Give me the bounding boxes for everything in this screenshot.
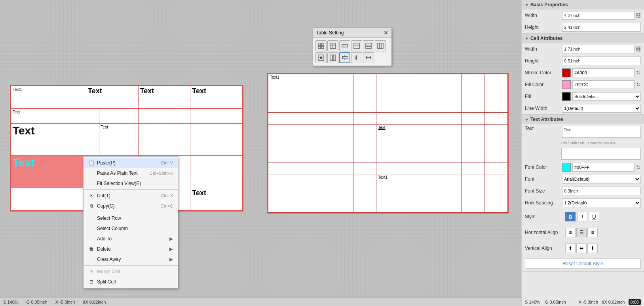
table-cell[interactable] xyxy=(268,162,353,174)
menu-item-paste[interactable]: 📋 Paste(P) Ctrl+V xyxy=(84,158,178,168)
table-btn-1[interactable] xyxy=(315,40,327,51)
table-cell[interactable] xyxy=(484,74,508,113)
font-select[interactable]: Arial(Default) xyxy=(562,175,641,183)
table-cell[interactable] xyxy=(86,123,99,156)
table-btn-11[interactable] xyxy=(363,52,374,63)
row-spacing-select[interactable]: 1.2(Default) xyxy=(562,198,641,207)
table-cell[interactable] xyxy=(268,112,353,124)
menu-item-clear-away[interactable]: Clear Away ▶ xyxy=(84,254,178,264)
menu-item-split-cell[interactable]: ⊟ Split Cell xyxy=(84,277,178,287)
table-cell[interactable] xyxy=(138,123,190,156)
table-cell[interactable]: Text xyxy=(190,188,243,210)
font-color-input[interactable] xyxy=(572,163,635,172)
right-table-container[interactable]: Text1 Text xyxy=(267,73,509,213)
table-cell[interactable]: Text xyxy=(11,109,86,123)
stroke-color-refresh[interactable]: ↻ xyxy=(636,70,641,76)
fill-color-refresh[interactable]: ↻ xyxy=(636,81,641,88)
table-cell[interactable]: Text1 xyxy=(11,86,86,109)
table-cell[interactable] xyxy=(11,188,86,210)
table-cell[interactable] xyxy=(190,156,243,188)
align-right-button[interactable]: ≡ xyxy=(587,228,598,237)
menu-item-fit-selection[interactable]: Fit Selection View(E) xyxy=(84,178,178,189)
menu-item-select-column[interactable]: Select Column xyxy=(84,223,178,234)
table-btn-5[interactable] xyxy=(363,40,374,51)
table-cell[interactable] xyxy=(376,112,462,124)
table-btn-7[interactable] xyxy=(315,52,327,63)
link-icon-2[interactable]: ⛓ xyxy=(635,46,641,52)
line-width-select[interactable]: 1(Default) xyxy=(562,104,641,113)
table-cell[interactable] xyxy=(353,124,376,162)
table-btn-10[interactable] xyxy=(351,52,362,63)
valign-middle-button[interactable]: ⬌ xyxy=(576,244,587,253)
table-btn-4[interactable] xyxy=(351,40,362,51)
table-cell[interactable] xyxy=(461,124,484,162)
table-cell[interactable] xyxy=(376,74,462,113)
table-cell[interactable]: Text xyxy=(376,124,462,162)
table-btn-6[interactable] xyxy=(375,40,386,51)
table-cell[interactable] xyxy=(484,124,508,162)
table-cell[interactable] xyxy=(461,174,484,213)
valign-bottom-button[interactable]: ⬇ xyxy=(587,244,598,253)
stroke-color-swatch[interactable] xyxy=(562,68,571,77)
menu-item-select-row[interactable]: Select Row xyxy=(84,213,178,223)
stroke-color-input[interactable] xyxy=(572,68,635,77)
table-cell[interactable]: Text1 xyxy=(268,74,353,113)
table-cell[interactable]: Text xyxy=(86,86,139,109)
table-btn-2[interactable] xyxy=(327,40,338,51)
collapse-triangle[interactable]: ▼ xyxy=(525,3,529,7)
table-cell[interactable] xyxy=(461,74,484,113)
table-cell[interactable] xyxy=(484,112,508,124)
table-cell[interactable]: Text xyxy=(138,86,190,109)
width-input[interactable] xyxy=(562,11,635,20)
canvas-area[interactable]: Table Setting ✕ xyxy=(0,0,521,306)
height-input[interactable] xyxy=(562,23,641,32)
table-cell[interactable] xyxy=(353,112,376,124)
table-cell[interactable]: Text xyxy=(190,86,243,109)
fill-color-input[interactable] xyxy=(572,80,635,89)
menu-item-delete[interactable]: 🗑 Delete ▶ xyxy=(84,244,178,254)
table-cell[interactable]: Text xyxy=(99,123,138,156)
table-cell[interactable] xyxy=(484,162,508,174)
valign-top-button[interactable]: ⬆ xyxy=(565,244,576,253)
link-icon[interactable]: ⛓ xyxy=(635,12,641,19)
align-left-button[interactable]: ≡ xyxy=(565,228,576,237)
collapse-triangle-2[interactable]: ▼ xyxy=(525,36,529,41)
table-cell[interactable]: Text1 xyxy=(376,174,462,213)
table-cell[interactable] xyxy=(190,123,243,156)
table-cell[interactable] xyxy=(484,174,508,213)
fill-select[interactable]: Solid(Defa... xyxy=(572,92,641,101)
table-btn-8[interactable] xyxy=(327,52,338,63)
table-cell[interactable] xyxy=(99,109,138,123)
table-cell[interactable] xyxy=(190,109,243,123)
reset-default-style-button[interactable]: Reset Default Style xyxy=(525,259,641,269)
fill-pattern-swatch[interactable] xyxy=(562,92,571,101)
table-cell[interactable] xyxy=(353,74,376,113)
table-cell[interactable] xyxy=(376,162,462,174)
table-cell[interactable] xyxy=(86,109,99,123)
menu-item-cut[interactable]: ✂ Cut(T) Ctrl+X xyxy=(84,191,178,201)
text-textarea[interactable] xyxy=(561,148,641,160)
table-cell[interactable] xyxy=(268,124,353,162)
menu-item-paste-plain[interactable]: Paste As Plain Text Ctrl+Shift+X xyxy=(84,168,178,178)
table-cell[interactable] xyxy=(353,174,376,213)
cell-width-input[interactable] xyxy=(562,45,635,53)
table-cell[interactable] xyxy=(268,174,353,213)
underline-button[interactable]: U xyxy=(589,212,599,221)
font-color-swatch[interactable] xyxy=(562,163,571,172)
table-cell[interactable]: Text xyxy=(11,123,86,156)
align-center-button[interactable]: ☰ xyxy=(576,228,587,237)
font-size-input[interactable] xyxy=(562,187,641,195)
font-color-refresh[interactable]: ↻ xyxy=(636,164,641,170)
table-cell[interactable] xyxy=(461,162,484,174)
table-btn-9[interactable] xyxy=(339,52,350,63)
table-cell[interactable] xyxy=(461,112,484,124)
table-cell[interactable] xyxy=(138,109,190,123)
dialog-close-button[interactable]: ✕ xyxy=(384,30,388,36)
menu-item-add-to[interactable]: Add To ▶ xyxy=(84,234,178,244)
fill-color-swatch[interactable] xyxy=(562,80,571,89)
collapse-triangle-3[interactable]: ▼ xyxy=(525,117,529,122)
table-cell[interactable] xyxy=(353,162,376,174)
bold-button[interactable]: B xyxy=(565,212,576,221)
table-btn-3[interactable] xyxy=(339,40,350,51)
italic-button[interactable]: I xyxy=(577,212,587,221)
